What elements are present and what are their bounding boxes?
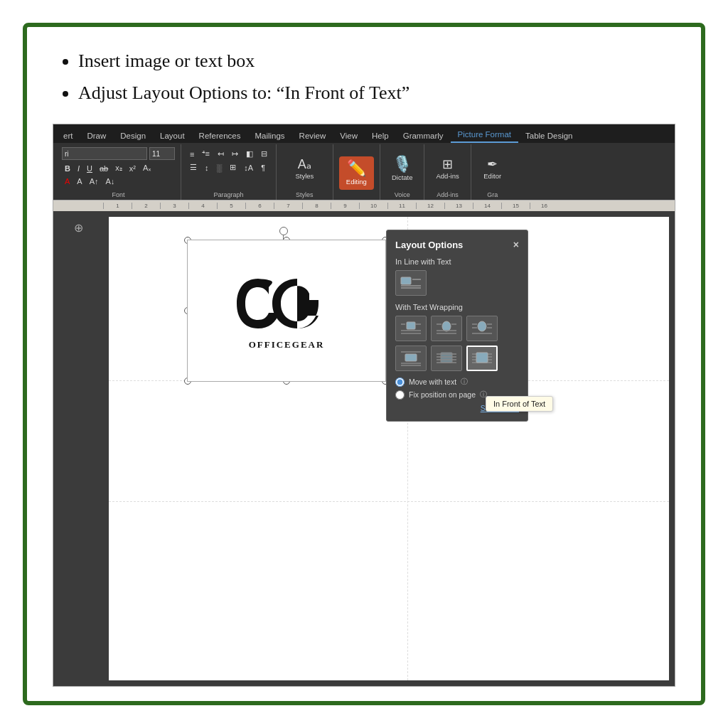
- subscript-button[interactable]: x₂: [112, 163, 125, 173]
- instruction-2: Adjust Layout Options to: “In Front of T…: [78, 79, 675, 107]
- page-canvas: OFFICEGEAR Layout Options: [109, 217, 669, 680]
- inline-options-row: [395, 270, 519, 296]
- paragraph-group-label: Paragraph: [213, 191, 243, 198]
- styles-group-label: Styles: [296, 191, 314, 198]
- editor-icon: ✒: [487, 158, 498, 171]
- image-frame[interactable]: OFFICEGEAR: [187, 240, 386, 382]
- left-sidebar: ⊕: [53, 211, 103, 686]
- layout-panel-close-button[interactable]: ×: [513, 239, 519, 250]
- font-color-button[interactable]: A: [62, 176, 73, 186]
- tab-review[interactable]: Review: [292, 129, 333, 143]
- top-bottom-wrap-button[interactable]: [395, 346, 427, 371]
- behind-text-button[interactable]: [431, 346, 462, 371]
- ribbon-body: B I U ab x₂ x² Aₓ A A A↑ A↓ Fo: [53, 143, 675, 200]
- underline-button[interactable]: U: [84, 164, 95, 173]
- behind-text-icon: [435, 349, 458, 368]
- tab-ert[interactable]: ert: [56, 129, 80, 143]
- editor-button[interactable]: ✒ Editor: [477, 155, 508, 183]
- font-size-down-button[interactable]: A↓: [103, 176, 118, 186]
- font-size-up-button[interactable]: A↑: [87, 176, 102, 186]
- font-row: [62, 147, 175, 160]
- superscript-button[interactable]: x²: [127, 164, 139, 173]
- show-marks-button[interactable]: ¶: [258, 162, 268, 173]
- tab-picture-format[interactable]: Picture Format: [451, 127, 518, 143]
- layout-options-panel: Layout Options × In Line with Text: [386, 230, 528, 422]
- in-front-text-button[interactable]: [466, 346, 498, 371]
- move-with-text-option[interactable]: Move with text ⓘ: [395, 377, 519, 387]
- svg-text:OFFICEGEAR: OFFICEGEAR: [249, 339, 325, 350]
- font-name-input[interactable]: [62, 147, 147, 160]
- outer-container: Insert image or text box Adjust Layout O…: [23, 23, 705, 705]
- tight-wrap-button[interactable]: [431, 316, 462, 341]
- ruler-mark: 7: [274, 203, 302, 209]
- ruler-mark: 4: [188, 203, 217, 209]
- font-group-label: Font: [112, 191, 124, 198]
- svg-point-19: [478, 321, 486, 331]
- move-with-text-radio[interactable]: [395, 378, 405, 387]
- tab-design[interactable]: Design: [113, 129, 153, 143]
- tab-grammarly[interactable]: Grammarly: [396, 129, 451, 143]
- ruler-mark: 1: [103, 203, 132, 209]
- tab-help[interactable]: Help: [365, 129, 396, 143]
- fix-position-radio[interactable]: [395, 390, 405, 400]
- ruler-mark: 5: [217, 203, 245, 209]
- fix-position-label: Fix position on page: [409, 390, 476, 399]
- clear-format-button[interactable]: Aₓ: [140, 163, 154, 173]
- inline-text-button[interactable]: [395, 270, 427, 296]
- align-justify-button[interactable]: ☰: [187, 162, 200, 173]
- editing-button[interactable]: ✏️ Editing: [339, 156, 374, 190]
- sort-button[interactable]: ↕A: [241, 162, 256, 173]
- svg-point-14: [442, 321, 451, 331]
- bullet-list-button[interactable]: ≡: [187, 149, 197, 159]
- text-highlight-button[interactable]: A: [74, 176, 85, 186]
- line-spacing-button[interactable]: ↕: [202, 162, 212, 173]
- bold-button[interactable]: B: [62, 164, 73, 173]
- outdent-button[interactable]: ↤: [215, 149, 227, 159]
- editor-group-label: Gra: [487, 191, 498, 198]
- tab-mailings[interactable]: Mailings: [247, 129, 291, 143]
- square-wrap-icon: [400, 319, 422, 338]
- square-wrap-button[interactable]: [395, 316, 427, 341]
- instruction-1: Insert image or text box: [78, 47, 675, 75]
- inline-icon: [400, 274, 422, 291]
- ruler-mark: 10: [359, 203, 387, 209]
- ribbon-tabs: ert Draw Design Layout References Mailin…: [53, 124, 675, 143]
- align-left-button[interactable]: ◧: [243, 149, 256, 159]
- through-wrap-button[interactable]: [466, 316, 498, 341]
- addins-button[interactable]: ⊞ Add-ins: [430, 155, 464, 183]
- tab-table-design[interactable]: Table Design: [518, 129, 579, 143]
- tab-references[interactable]: References: [192, 129, 248, 143]
- color-row: A A A↑ A↓: [62, 176, 117, 186]
- number-list-button[interactable]: ⁴≡: [199, 149, 212, 159]
- officegear-logo: OFFICEGEAR: [223, 268, 350, 353]
- document-area: ⊕: [53, 211, 675, 686]
- word-app: ert Draw Design Layout References Mailin…: [53, 124, 675, 687]
- h-grid-2: [109, 501, 669, 502]
- move-with-text-label: Move with text: [409, 378, 456, 386]
- rotate-handle[interactable]: [279, 227, 288, 235]
- voice-group-label: Voice: [395, 191, 410, 198]
- format-row: B I U ab x₂ x² Aₓ: [62, 163, 154, 173]
- microphone-icon: 🎙️: [392, 156, 412, 172]
- styles-button[interactable]: Aₐ Styles: [289, 155, 320, 183]
- font-size-input[interactable]: [149, 147, 175, 160]
- align-center-button[interactable]: ⊟: [258, 149, 270, 159]
- ruler-mark: 2: [132, 203, 160, 209]
- editing-icon: ✏️: [347, 161, 366, 176]
- italic-button[interactable]: I: [75, 164, 82, 173]
- ruler-mark: 15: [501, 203, 530, 209]
- tab-layout[interactable]: Layout: [153, 129, 192, 143]
- dictate-button[interactable]: 🎙️ Dictate: [386, 154, 419, 184]
- tab-draw[interactable]: Draw: [80, 129, 113, 143]
- through-wrap-icon: [471, 319, 493, 338]
- indent-button[interactable]: ↦: [229, 149, 241, 159]
- strikethrough-button[interactable]: ab: [97, 164, 111, 173]
- in-front-text-icon: [471, 349, 493, 368]
- shading-button[interactable]: ░: [214, 162, 225, 173]
- instructions-block: Insert image or text box Adjust Layout O…: [53, 47, 675, 111]
- borders-button[interactable]: ⊞: [227, 162, 239, 173]
- layout-panel-header: Layout Options ×: [395, 239, 519, 250]
- ribbon-group-font: B I U ab x₂ x² Aₓ A A A↑ A↓ Fo: [56, 144, 181, 200]
- svg-rect-5: [401, 277, 411, 284]
- tab-view[interactable]: View: [333, 129, 365, 143]
